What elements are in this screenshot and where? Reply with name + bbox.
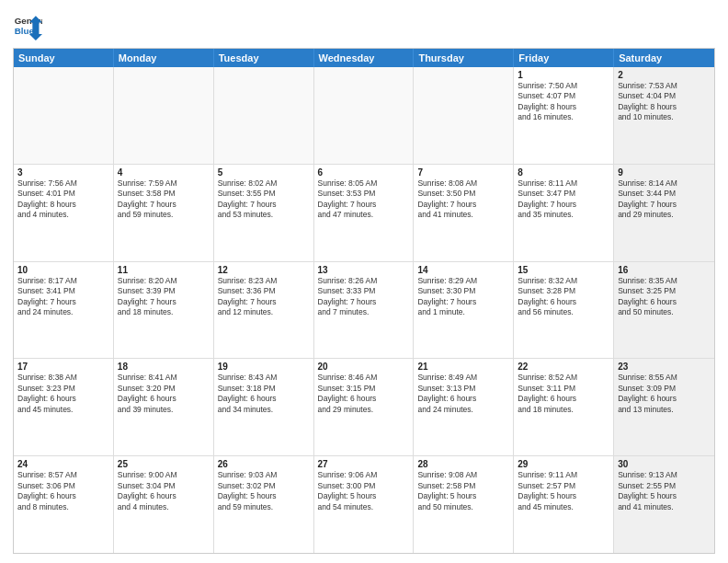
day-info: Sunrise: 8:05 AM Sunset: 3:53 PM Dayligh…: [318, 178, 410, 221]
day-cell: 7Sunrise: 8:08 AM Sunset: 3:50 PM Daylig…: [414, 165, 514, 261]
day-info: Sunrise: 8:20 AM Sunset: 3:39 PM Dayligh…: [118, 276, 210, 318]
page: General Blue SundayMondayTuesdayWednesda…: [0, 0, 728, 563]
day-info: Sunrise: 8:49 AM Sunset: 3:13 PM Dayligh…: [417, 373, 509, 415]
day-cell: 23Sunrise: 8:55 AM Sunset: 3:09 PM Dayli…: [614, 359, 714, 455]
day-info: Sunrise: 8:23 AM Sunset: 3:36 PM Dayligh…: [218, 276, 310, 318]
day-info: Sunrise: 8:02 AM Sunset: 3:55 PM Dayligh…: [218, 178, 310, 221]
day-cell: 6Sunrise: 8:05 AM Sunset: 3:53 PM Daylig…: [314, 165, 415, 261]
day-info: Sunrise: 8:46 AM Sunset: 3:15 PM Dayligh…: [318, 373, 410, 415]
day-info: Sunrise: 9:11 AM Sunset: 2:57 PM Dayligh…: [518, 470, 609, 512]
day-cell: 30Sunrise: 9:13 AM Sunset: 2:55 PM Dayli…: [614, 456, 714, 553]
day-number: 10: [17, 265, 109, 275]
week-row: 1Sunrise: 7:50 AM Sunset: 4:07 PM Daylig…: [14, 67, 714, 164]
day-info: Sunrise: 7:59 AM Sunset: 3:58 PM Dayligh…: [118, 178, 210, 221]
day-number: 22: [518, 362, 609, 372]
day-number: 15: [518, 265, 609, 275]
day-header: Wednesday: [314, 49, 415, 67]
day-info: Sunrise: 8:38 AM Sunset: 3:23 PM Dayligh…: [17, 373, 109, 415]
week-row: 17Sunrise: 8:38 AM Sunset: 3:23 PM Dayli…: [14, 358, 714, 455]
day-cell: [414, 67, 514, 164]
day-number: 23: [618, 362, 711, 372]
day-cell: 17Sunrise: 8:38 AM Sunset: 3:23 PM Dayli…: [14, 359, 114, 455]
day-number: 25: [118, 459, 210, 469]
day-number: 14: [417, 265, 509, 275]
day-header: Monday: [114, 49, 214, 67]
day-info: Sunrise: 8:14 AM Sunset: 3:44 PM Dayligh…: [618, 178, 711, 221]
day-info: Sunrise: 8:32 AM Sunset: 3:28 PM Dayligh…: [518, 276, 609, 318]
day-cell: 13Sunrise: 8:26 AM Sunset: 3:33 PM Dayli…: [314, 262, 415, 359]
week-rows: 1Sunrise: 7:50 AM Sunset: 4:07 PM Daylig…: [14, 67, 714, 553]
day-number: 1: [518, 70, 609, 80]
day-info: Sunrise: 9:08 AM Sunset: 2:58 PM Dayligh…: [417, 470, 509, 512]
day-header: Thursday: [414, 49, 514, 67]
day-info: Sunrise: 7:56 AM Sunset: 4:01 PM Dayligh…: [17, 178, 109, 221]
day-number: 24: [17, 459, 109, 469]
day-number: 17: [17, 362, 109, 372]
week-row: 24Sunrise: 8:57 AM Sunset: 3:06 PM Dayli…: [14, 455, 714, 553]
day-cell: 4Sunrise: 7:59 AM Sunset: 3:58 PM Daylig…: [114, 165, 214, 261]
day-info: Sunrise: 8:55 AM Sunset: 3:09 PM Dayligh…: [618, 373, 711, 415]
day-cell: 22Sunrise: 8:52 AM Sunset: 3:11 PM Dayli…: [514, 359, 614, 455]
day-header: Friday: [514, 49, 614, 67]
day-headers: SundayMondayTuesdayWednesdayThursdayFrid…: [14, 49, 714, 67]
day-number: 30: [618, 459, 711, 469]
day-header: Sunday: [14, 49, 114, 67]
day-cell: 9Sunrise: 8:14 AM Sunset: 3:44 PM Daylig…: [614, 165, 714, 261]
day-cell: 24Sunrise: 8:57 AM Sunset: 3:06 PM Dayli…: [14, 456, 114, 553]
logo: General Blue: [13, 11, 42, 40]
logo-icon: General Blue: [13, 11, 42, 40]
week-row: 3Sunrise: 7:56 AM Sunset: 4:01 PM Daylig…: [14, 164, 714, 261]
day-cell: 21Sunrise: 8:49 AM Sunset: 3:13 PM Dayli…: [414, 359, 514, 455]
day-cell: 16Sunrise: 8:35 AM Sunset: 3:25 PM Dayli…: [614, 262, 714, 359]
day-info: Sunrise: 8:26 AM Sunset: 3:33 PM Dayligh…: [318, 276, 410, 318]
day-cell: 26Sunrise: 9:03 AM Sunset: 3:02 PM Dayli…: [214, 456, 314, 553]
day-cell: 29Sunrise: 9:11 AM Sunset: 2:57 PM Dayli…: [514, 456, 614, 553]
day-cell: [314, 67, 415, 164]
day-number: 7: [417, 167, 509, 178]
day-info: Sunrise: 9:06 AM Sunset: 3:00 PM Dayligh…: [318, 470, 410, 512]
day-info: Sunrise: 8:29 AM Sunset: 3:30 PM Dayligh…: [417, 276, 509, 318]
day-info: Sunrise: 8:11 AM Sunset: 3:47 PM Dayligh…: [518, 178, 609, 221]
day-number: 11: [118, 265, 210, 275]
day-info: Sunrise: 8:08 AM Sunset: 3:50 PM Dayligh…: [417, 178, 509, 221]
day-number: 20: [318, 362, 410, 372]
day-cell: 12Sunrise: 8:23 AM Sunset: 3:36 PM Dayli…: [214, 262, 314, 359]
day-cell: 3Sunrise: 7:56 AM Sunset: 4:01 PM Daylig…: [14, 165, 114, 261]
day-cell: 1Sunrise: 7:50 AM Sunset: 4:07 PM Daylig…: [514, 67, 614, 164]
day-cell: 27Sunrise: 9:06 AM Sunset: 3:00 PM Dayli…: [314, 456, 415, 553]
week-row: 10Sunrise: 8:17 AM Sunset: 3:41 PM Dayli…: [14, 261, 714, 359]
day-info: Sunrise: 8:57 AM Sunset: 3:06 PM Dayligh…: [17, 470, 109, 512]
day-number: 19: [218, 362, 310, 372]
day-info: Sunrise: 9:03 AM Sunset: 3:02 PM Dayligh…: [218, 470, 310, 512]
header: General Blue: [13, 11, 715, 40]
day-number: 18: [118, 362, 210, 372]
day-number: 27: [318, 459, 410, 469]
day-info: Sunrise: 7:53 AM Sunset: 4:04 PM Dayligh…: [618, 81, 711, 123]
day-number: 9: [618, 167, 711, 178]
day-number: 13: [318, 265, 410, 275]
day-cell: 11Sunrise: 8:20 AM Sunset: 3:39 PM Dayli…: [114, 262, 214, 359]
day-header: Saturday: [614, 49, 714, 67]
day-info: Sunrise: 8:41 AM Sunset: 3:20 PM Dayligh…: [118, 373, 210, 415]
calendar: SundayMondayTuesdayWednesdayThursdayFrid…: [13, 48, 715, 554]
day-info: Sunrise: 8:52 AM Sunset: 3:11 PM Dayligh…: [518, 373, 609, 415]
day-cell: 18Sunrise: 8:41 AM Sunset: 3:20 PM Dayli…: [114, 359, 214, 455]
day-number: 29: [518, 459, 609, 469]
day-number: 3: [17, 167, 109, 178]
day-cell: 15Sunrise: 8:32 AM Sunset: 3:28 PM Dayli…: [514, 262, 614, 359]
day-number: 5: [218, 167, 310, 178]
day-cell: 28Sunrise: 9:08 AM Sunset: 2:58 PM Dayli…: [414, 456, 514, 553]
day-cell: 8Sunrise: 8:11 AM Sunset: 3:47 PM Daylig…: [514, 165, 614, 261]
day-cell: 14Sunrise: 8:29 AM Sunset: 3:30 PM Dayli…: [414, 262, 514, 359]
day-info: Sunrise: 9:00 AM Sunset: 3:04 PM Dayligh…: [118, 470, 210, 512]
day-cell: 20Sunrise: 8:46 AM Sunset: 3:15 PM Dayli…: [314, 359, 415, 455]
day-info: Sunrise: 8:17 AM Sunset: 3:41 PM Dayligh…: [17, 276, 109, 318]
day-info: Sunrise: 8:43 AM Sunset: 3:18 PM Dayligh…: [218, 373, 310, 415]
day-cell: [114, 67, 214, 164]
day-cell: 25Sunrise: 9:00 AM Sunset: 3:04 PM Dayli…: [114, 456, 214, 553]
day-cell: 19Sunrise: 8:43 AM Sunset: 3:18 PM Dayli…: [214, 359, 314, 455]
day-info: Sunrise: 8:35 AM Sunset: 3:25 PM Dayligh…: [618, 276, 711, 318]
day-header: Tuesday: [214, 49, 314, 67]
day-number: 26: [218, 459, 310, 469]
day-number: 2: [618, 70, 711, 80]
